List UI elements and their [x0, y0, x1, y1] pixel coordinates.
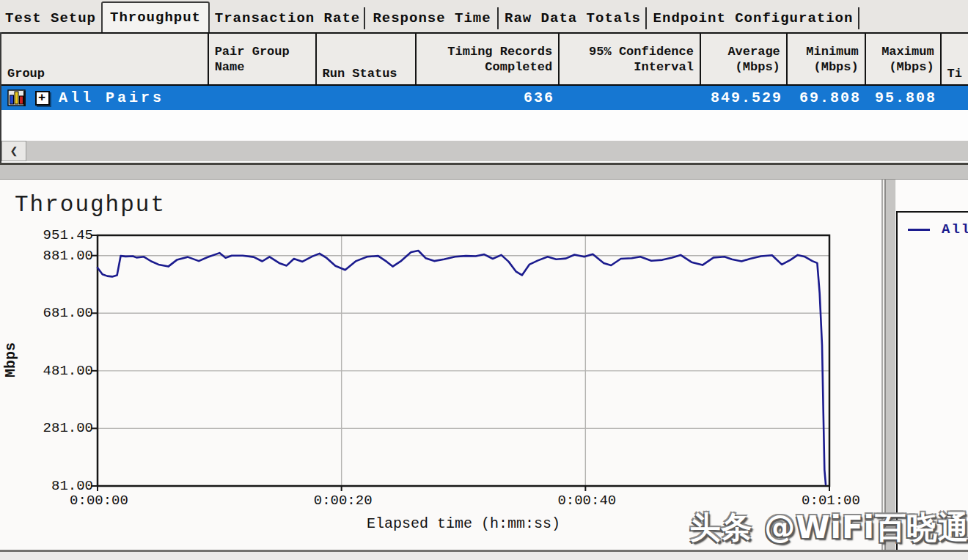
table-empty-area: [1, 110, 968, 141]
column-header-timing-records[interactable]: Timing Records Completed: [417, 34, 560, 84]
column-header-minimum[interactable]: Minimum (Mbps): [788, 34, 866, 84]
x-axis-title: Elapsed time (h:mm:ss): [309, 515, 617, 532]
bottom-strip: [0, 552, 968, 560]
chevron-left-icon: ❮: [10, 143, 18, 159]
plot-border: [98, 235, 829, 486]
scroll-left-button[interactable]: ❮: [1, 141, 26, 161]
column-header-group[interactable]: Group: [1, 34, 209, 84]
y-tick: 951.45: [13, 226, 93, 244]
tab-raw-data-totals[interactable]: Raw Data Totals: [499, 4, 647, 32]
table-header-row: Group Pair Group Name Run Status Timing …: [1, 32, 968, 86]
tab-label: Response Time: [373, 10, 491, 26]
confidence-cell: [560, 86, 702, 110]
column-header-average[interactable]: Average (Mbps): [701, 34, 788, 84]
y-tick: 481.00: [13, 362, 93, 380]
x-tick: 0:00:00: [51, 492, 147, 509]
y-tick: 681.00: [13, 304, 93, 322]
group-name: All Pairs: [59, 89, 164, 106]
timing-records-cell: 636: [417, 86, 560, 110]
column-header-pair-group-name[interactable]: Pair Group Name: [209, 34, 317, 84]
column-header-maximum[interactable]: Maximum (Mbps): [866, 34, 942, 84]
horizontal-splitter[interactable]: [0, 165, 968, 180]
pair-group-name-cell: [209, 86, 317, 110]
tab-label: Transaction Rate: [215, 10, 360, 26]
minimum-mbps-cell: 69.808: [788, 86, 867, 110]
scrollbar-track[interactable]: [26, 141, 968, 161]
average-mbps-cell: 849.529: [702, 86, 788, 110]
expand-plus-button[interactable]: +: [35, 91, 50, 106]
y-tick: 281.00: [13, 419, 93, 437]
tab-bar: Test Setup Throughput Transaction Rate R…: [0, 0, 968, 32]
legend-line-sample: [908, 229, 930, 231]
vertical-splitter[interactable]: [884, 180, 896, 560]
run-status-cell: [317, 86, 417, 110]
tab-test-setup[interactable]: Test Setup: [0, 4, 101, 32]
chart-title: Throughput: [15, 192, 166, 218]
results-table: Group Pair Group Name Run Status Timing …: [0, 32, 968, 163]
tab-response-time[interactable]: Response Time: [365, 4, 499, 32]
tab-label: Throughput: [110, 10, 201, 26]
table-row-all-pairs[interactable]: + All Pairs 636 849.529 69.808 95.808: [1, 86, 968, 110]
x-tick: 0:00:20: [296, 492, 391, 509]
throughput-plot: [98, 235, 829, 486]
ixchariot-results-window: Test Setup Throughput Transaction Rate R…: [0, 0, 968, 560]
group-cell: + All Pairs: [1, 86, 209, 110]
legend-entry-all: All: [898, 213, 968, 237]
tab-label: Endpoint Configuration: [653, 10, 854, 26]
column-header-truncated[interactable]: Ti: [942, 34, 968, 84]
y-tick: 881.00: [13, 247, 93, 265]
tab-throughput[interactable]: Throughput: [101, 1, 210, 32]
legend-label: All: [942, 221, 968, 237]
tab-transaction-rate[interactable]: Transaction Rate: [210, 4, 365, 32]
column-header-confidence[interactable]: 95% Confidence Interval: [560, 34, 701, 84]
watermark-text: 头条 @WiFi百晓通: [690, 507, 968, 548]
maximum-mbps-cell: 95.808: [867, 86, 942, 110]
x-tick: 0:00:40: [539, 492, 634, 509]
horizontal-scrollbar[interactable]: ❮: [1, 141, 968, 161]
tab-endpoint-configuration[interactable]: Endpoint Configuration: [647, 4, 859, 32]
legend-panel: All: [896, 180, 968, 550]
column-header-run-status[interactable]: Run Status: [317, 34, 417, 84]
tab-label: Test Setup: [5, 10, 96, 26]
tab-label: Raw Data Totals: [505, 10, 641, 26]
throughput-series-line: [98, 251, 826, 485]
legend-box: All: [896, 211, 968, 550]
chart-panel: Throughput Mbps 951.45 881.00 681.00 481…: [0, 180, 883, 550]
chart-icon: [7, 89, 26, 107]
truncated-cell: [942, 86, 968, 110]
